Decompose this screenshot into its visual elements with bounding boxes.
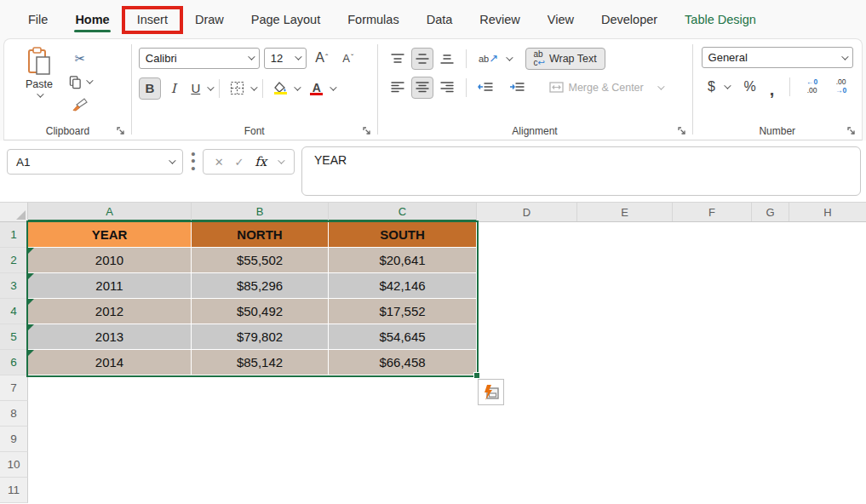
cell-c6[interactable]: $66,458 <box>329 350 477 375</box>
copy-button[interactable] <box>69 72 91 92</box>
borders-dropdown-chevron[interactable] <box>250 83 257 90</box>
column-header-e[interactable]: E <box>577 203 673 221</box>
orientation-dropdown-chevron[interactable] <box>506 54 513 60</box>
tab-review[interactable]: Review <box>468 4 531 35</box>
insert-function-icon[interactable]: fx <box>255 154 267 169</box>
comma-style-button[interactable]: , <box>765 76 780 98</box>
row-header-9[interactable]: 9 <box>0 427 28 452</box>
fx-dropdown-chevron[interactable] <box>278 157 284 163</box>
name-box-dropdown-chevron[interactable] <box>169 157 175 163</box>
column-header-c[interactable]: C <box>329 203 477 221</box>
increase-decimal-button[interactable]: ←0.00 <box>800 76 825 98</box>
cell-a1[interactable]: YEAR <box>28 222 192 248</box>
bold-button[interactable]: B <box>139 77 161 100</box>
formula-bar-resize-handle[interactable]: ••• <box>190 151 197 172</box>
copy-dropdown-chevron[interactable] <box>86 77 93 83</box>
cell-c5[interactable]: $54,645 <box>329 324 477 350</box>
top-align-button[interactable] <box>387 48 409 70</box>
number-format-combobox[interactable]: General <box>702 47 853 68</box>
font-size-combobox[interactable]: 12 <box>264 48 307 69</box>
cell-c1[interactable]: SOUTH <box>329 222 477 248</box>
column-header-g[interactable]: G <box>752 203 789 221</box>
tab-data[interactable]: Data <box>416 4 464 35</box>
font-name-combobox[interactable]: Calibri <box>139 48 260 69</box>
paste-dropdown-chevron[interactable] <box>37 90 43 97</box>
select-all-button[interactable] <box>0 203 28 221</box>
align-right-button[interactable] <box>436 77 458 99</box>
row-header-3[interactable]: 3 <box>0 273 28 299</box>
fill-color-dropdown-chevron[interactable] <box>294 83 301 90</box>
shrink-font-button[interactable]: Aˇ <box>337 47 359 69</box>
tab-draw[interactable]: Draw <box>184 4 235 35</box>
cell-a5[interactable]: 2013 <box>28 324 192 350</box>
format-painter-button[interactable] <box>69 94 91 115</box>
row-header-4[interactable]: 4 <box>0 299 28 324</box>
cell-b1[interactable]: NORTH <box>192 222 329 248</box>
tab-developer[interactable]: Developer <box>590 4 668 35</box>
font-color-button[interactable]: A <box>306 77 328 100</box>
column-header-f[interactable]: F <box>673 203 752 221</box>
alignment-dialog-launcher-icon[interactable] <box>678 127 687 136</box>
orientation-button[interactable]: ab ↗ <box>474 48 503 70</box>
wrap-text-button[interactable]: ab c↩ Wrap Text <box>525 48 605 70</box>
tab-table-design[interactable]: Table Design <box>674 4 767 35</box>
tab-home[interactable]: Home <box>64 4 120 35</box>
cell-c2[interactable]: $20,641 <box>329 248 477 273</box>
tab-insert[interactable]: Insert <box>126 4 179 35</box>
column-header-h[interactable]: H <box>789 203 866 221</box>
accounting-dropdown-chevron[interactable] <box>724 82 731 89</box>
row-header-7[interactable]: 7 <box>0 375 28 401</box>
underline-dropdown-chevron[interactable] <box>207 83 214 90</box>
cell-b6[interactable]: $85,142 <box>192 350 329 375</box>
increase-indent-button[interactable] <box>506 77 528 99</box>
borders-button[interactable] <box>227 77 249 100</box>
cancel-icon[interactable]: ✕ <box>215 156 224 169</box>
row-header-10[interactable]: 10 <box>0 452 28 478</box>
decrease-decimal-button[interactable]: .00→0 <box>829 76 854 98</box>
font-dialog-launcher-icon[interactable] <box>363 127 372 136</box>
row-header-6[interactable]: 6 <box>0 350 28 375</box>
cell-b4[interactable]: $50,492 <box>192 299 329 324</box>
cell-c3[interactable]: $42,146 <box>329 273 477 299</box>
row-header-8[interactable]: 8 <box>0 401 28 427</box>
cut-button[interactable]: ✂ <box>69 49 91 69</box>
center-align-button[interactable] <box>411 77 433 99</box>
cell-a4[interactable]: 2012 <box>28 299 192 324</box>
tab-file[interactable]: File <box>17 4 59 35</box>
cell-c4[interactable]: $17,552 <box>329 299 477 324</box>
percent-style-button[interactable]: % <box>739 76 761 98</box>
accounting-format-button[interactable]: $ <box>703 76 720 98</box>
underline-button[interactable]: U <box>186 77 205 100</box>
cell-a3[interactable]: 2011 <box>28 273 192 299</box>
name-box[interactable]: A1 <box>7 149 183 175</box>
column-header-b[interactable]: B <box>192 203 329 221</box>
number-dialog-launcher-icon[interactable] <box>847 127 857 136</box>
italic-button[interactable]: I <box>163 77 185 100</box>
font-color-dropdown-chevron[interactable] <box>330 83 336 90</box>
fill-color-button[interactable] <box>270 77 292 100</box>
bottom-align-button[interactable] <box>436 48 458 70</box>
row-header-11[interactable]: 11 <box>0 478 28 503</box>
fill-handle[interactable] <box>473 372 480 379</box>
cell-b2[interactable]: $55,502 <box>192 248 329 273</box>
formula-input[interactable]: YEAR <box>301 146 861 196</box>
clipboard-dialog-launcher-icon[interactable] <box>117 127 126 136</box>
merge-center-button[interactable]: Merge & Center <box>542 77 669 99</box>
merge-center-dropdown-chevron[interactable] <box>657 83 664 89</box>
row-header-2[interactable]: 2 <box>0 248 28 273</box>
row-header-5[interactable]: 5 <box>0 324 28 350</box>
tab-formulas[interactable]: Formulas <box>336 4 410 35</box>
enter-icon[interactable]: ✓ <box>235 156 244 169</box>
middle-align-button[interactable] <box>411 48 433 70</box>
decrease-indent-button[interactable] <box>474 77 496 99</box>
quick-analysis-button[interactable] <box>478 379 504 405</box>
column-header-a[interactable]: A <box>28 203 192 221</box>
tab-page-layout[interactable]: Page Layout <box>240 4 331 35</box>
cell-a2[interactable]: 2010 <box>28 248 192 273</box>
grow-font-button[interactable]: Aˆ <box>311 47 333 69</box>
cell-b5[interactable]: $79,802 <box>192 324 329 350</box>
align-left-button[interactable] <box>387 77 409 99</box>
cell-b3[interactable]: $85,296 <box>192 273 329 299</box>
tab-view[interactable]: View <box>536 4 585 35</box>
cell-a6[interactable]: 2014 <box>28 350 192 375</box>
